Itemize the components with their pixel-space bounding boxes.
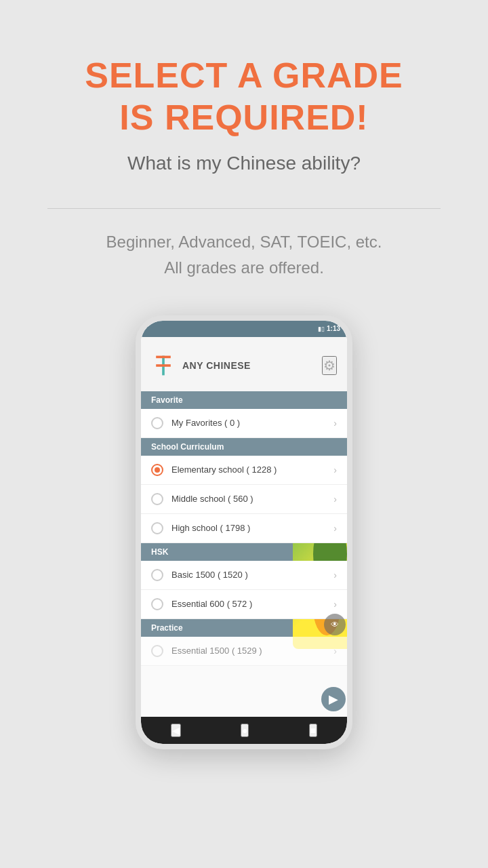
menu-item-label: Middle school ( 560 ) [171,494,333,504]
battery-icon: ▮▯ [318,326,325,332]
radio-button-selected[interactable] [151,464,163,476]
app-logo-icon [151,353,176,378]
list-item[interactable]: My Favorites ( 0 ) › [141,409,347,438]
svg-rect-2 [156,364,171,367]
list-item[interactable]: Essential 1500 ( 1529 ) › [141,637,347,666]
description-text: Beginner, Advanced, SAT, TOEIC, etc. All… [66,229,423,281]
section-header-school: School Curriculum [141,438,347,456]
radio-button[interactable] [151,493,163,505]
main-title: SELECT A GRADE IS REQUIRED! [41,54,447,139]
phone-inner: ▮▯ 1:13 ANY CHINESE [141,321,347,744]
chevron-right-icon: › [333,523,337,534]
status-icons: ▮▯ 1:13 [318,325,340,332]
menu-item-label: Basic 1500 ( 1520 ) [171,570,333,580]
eye-icon: 👁 [331,620,339,629]
recents-button[interactable]: ■ [309,724,317,737]
nav-bar: ◀ ● ■ [141,717,347,744]
home-button[interactable]: ● [241,724,249,737]
header-section: SELECT A GRADE IS REQUIRED! What is my C… [0,0,488,195]
eye-button[interactable]: 👁 [324,614,346,635]
menu-item-label: Essential 1500 ( 1529 ) [171,646,333,656]
chevron-right-icon: › [333,646,337,656]
menu-item-label: My Favorites ( 0 ) [171,418,333,428]
list-item[interactable]: Middle school ( 560 ) › [141,485,347,514]
list-item[interactable]: High school ( 1798 ) › [141,514,347,543]
header-divider [47,208,441,209]
status-bar: ▮▯ 1:13 [141,321,347,337]
settings-button[interactable]: ⚙ [322,356,337,375]
list-item[interactable]: Elementary school ( 1228 ) › [141,456,347,485]
menu-list: Favorite My Favorites ( 0 ) › School Cur… [141,391,347,717]
radio-button[interactable] [151,417,163,429]
radio-button[interactable] [151,645,163,657]
chevron-right-icon: › [333,494,337,505]
svg-rect-1 [156,356,171,359]
menu-item-label: High school ( 1798 ) [171,523,333,533]
list-item[interactable]: Essential 600 ( 572 ) › [141,590,347,619]
app-logo-area: ANY CHINESE [151,353,251,378]
chevron-right-icon: › [333,465,337,475]
forward-icon: ▶ [329,692,338,707]
radio-button[interactable] [151,598,163,610]
chevron-right-icon: › [333,570,337,580]
app-header: ANY CHINESE ⚙ [141,337,347,391]
subtitle-question: What is my Chinese ability? [41,153,447,174]
phone-mockup: ▮▯ 1:13 ANY CHINESE [136,315,352,749]
radio-button[interactable] [151,569,163,581]
list-item[interactable]: Basic 1500 ( 1520 ) › [141,561,347,590]
phone-frame: ▮▯ 1:13 ANY CHINESE [136,315,352,749]
app-name-text: ANY CHINESE [182,360,251,371]
time-display: 1:13 [327,325,340,332]
next-button[interactable]: ▶ [321,687,346,711]
section-header-favorite: Favorite [141,391,347,409]
chevron-right-icon: › [333,418,337,429]
menu-item-label: Elementary school ( 1228 ) [171,465,333,475]
radio-button[interactable] [151,522,163,534]
menu-item-label: Essential 600 ( 572 ) [171,599,333,609]
chevron-right-icon: › [333,599,337,610]
back-button[interactable]: ◀ [171,724,181,737]
